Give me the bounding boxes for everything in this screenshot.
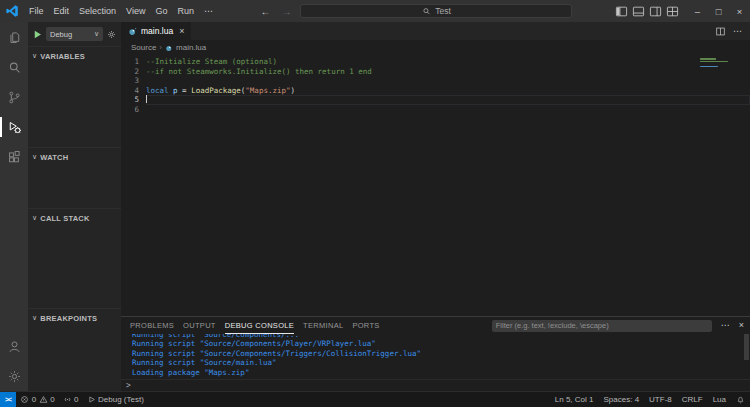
console-input-row[interactable]: >	[121, 379, 750, 391]
text-cursor	[146, 95, 147, 103]
remote-icon: ><	[5, 396, 11, 403]
section-body-callstack	[28, 227, 121, 308]
tab-main-lua[interactable]: main.lua ×	[121, 22, 191, 40]
minimap[interactable]	[700, 58, 744, 74]
activity-run-and-debug[interactable]	[0, 112, 28, 142]
sidebar-sections: ∨VARIABLES∨WATCH∨CALL STACK∨BREAKPOINTS	[28, 46, 121, 391]
activity-source-control[interactable]	[0, 82, 28, 112]
line-number[interactable]: 6	[121, 105, 146, 115]
toggle-primary-sidebar-icon[interactable]	[613, 0, 630, 22]
code-line[interactable]: 3	[121, 76, 750, 86]
editor-more-actions-icon[interactable]: ⋯	[733, 27, 742, 36]
close-button[interactable]: ×	[729, 0, 750, 22]
breadcrumb-folder[interactable]: Source	[131, 43, 156, 52]
panel-more-actions-icon[interactable]: ⋯	[721, 321, 730, 330]
menu-more[interactable]: ⋯	[199, 0, 218, 22]
console-line: Running script "Source/main.lua"	[121, 358, 750, 368]
activity-settings[interactable]	[0, 361, 28, 391]
status-utf-8[interactable]: UTF-8	[644, 392, 677, 407]
debug-config-dropdown[interactable]: Debug ∨	[46, 27, 103, 41]
token-func: LoadPackage	[191, 86, 241, 95]
debug-settings-gear-icon[interactable]	[106, 29, 117, 40]
line-number[interactable]: 2	[121, 67, 146, 77]
maximize-button[interactable]: □	[708, 0, 729, 22]
forward-icon[interactable]: →	[279, 6, 293, 17]
token-plain: )	[291, 86, 296, 95]
line-number[interactable]: 3	[121, 76, 146, 86]
status-spaces-4[interactable]: Spaces: 4	[599, 392, 645, 407]
toggle-secondary-sidebar-icon[interactable]	[647, 0, 664, 22]
section-label: CALL STACK	[40, 214, 89, 223]
code-line[interactable]: 2--if not Steamworks.Initialize() then r…	[121, 67, 750, 77]
line-number[interactable]: 5	[121, 95, 146, 105]
editor-column: main.lua × ⋯ Source › main.lua	[121, 22, 750, 391]
activity-bar-top	[0, 22, 28, 172]
menu-go[interactable]: Go	[150, 0, 172, 22]
code-line[interactable]: 4local p = LoadPackage("Maps.zip")	[121, 86, 750, 96]
debug-status[interactable]: Debug (Test)	[83, 392, 148, 407]
extensions-icon	[6, 149, 23, 166]
panel-scrollbar[interactable]	[744, 334, 749, 360]
command-center-search[interactable]: Test	[300, 4, 572, 18]
back-icon[interactable]: ←	[258, 6, 272, 17]
menu-edit[interactable]: Edit	[49, 0, 75, 22]
tab-close-icon[interactable]: ×	[179, 26, 184, 36]
menu-run[interactable]: Run	[172, 0, 199, 22]
panel-tab-ports[interactable]: PORTS	[352, 317, 379, 334]
notifications-bell[interactable]	[731, 392, 750, 407]
code-line[interactable]: 5	[121, 95, 750, 105]
panel-close-icon[interactable]: ×	[739, 321, 744, 330]
activity-explorer[interactable]	[0, 22, 28, 52]
line-number[interactable]: 1	[121, 57, 146, 67]
menu-selection[interactable]: Selection	[74, 0, 121, 22]
section-breakpoints: ∨BREAKPOINTS	[28, 308, 121, 391]
minimize-button[interactable]: –	[687, 0, 708, 22]
status-right-items: Ln 5, Col 1Spaces: 4UTF-8CRLFLua	[550, 392, 731, 407]
activity-account[interactable]	[0, 331, 28, 361]
panel-tab-terminal[interactable]: TERMINAL	[303, 317, 343, 334]
menu-view[interactable]: View	[121, 0, 150, 22]
problems-status[interactable]: 0 0	[16, 392, 58, 407]
section-header-watch[interactable]: ∨WATCH	[28, 148, 121, 166]
minimap-line	[700, 61, 728, 63]
section-header-variables[interactable]: ∨VARIABLES	[28, 47, 121, 65]
run-and-debug-icon	[6, 119, 23, 136]
code-line[interactable]: 6	[121, 105, 750, 115]
panel-tab-output[interactable]: OUTPUT	[183, 317, 216, 334]
toggle-panel-icon[interactable]	[630, 0, 647, 22]
breadcrumb: Source › main.lua	[121, 40, 750, 55]
split-editor-icon[interactable]	[715, 26, 726, 37]
activity-search[interactable]	[0, 52, 28, 82]
console-filter-input[interactable]	[492, 320, 712, 332]
customize-layout-icon[interactable]	[664, 0, 681, 22]
status-crlf[interactable]: CRLF	[677, 392, 708, 407]
code-editor[interactable]: 1--Initialize Steam (optional)2--if not …	[121, 55, 750, 316]
debug-run-icon	[87, 395, 96, 404]
status-ln-5-col-1[interactable]: Ln 5, Col 1	[550, 392, 599, 407]
console-line: Running script "Source/Components/Trigge…	[121, 349, 750, 359]
section-watch: ∨WATCH	[28, 147, 121, 208]
panel-tab-debug-console[interactable]: DEBUG CONSOLE	[225, 317, 294, 334]
section-label: VARIABLES	[40, 52, 85, 61]
chevron-down-icon: ∨	[32, 52, 37, 60]
start-debug-button[interactable]	[32, 29, 43, 40]
status-lua[interactable]: Lua	[708, 392, 731, 407]
code-line[interactable]: 1--Initialize Steam (optional)	[121, 57, 750, 67]
search-value: Test	[435, 6, 451, 16]
panel-tab-problems[interactable]: PROBLEMS	[130, 317, 174, 334]
ports-status[interactable]: 0	[59, 392, 83, 407]
line-number[interactable]: 4	[121, 86, 146, 96]
activity-extensions[interactable]	[0, 142, 28, 172]
section-label: WATCH	[40, 153, 68, 162]
main-area: Debug ∨ ∨VARIABLES∨WATCH∨CALL STACK∨BREA…	[0, 22, 750, 391]
code-lines: 1--Initialize Steam (optional)2--if not …	[121, 57, 750, 115]
debug-status-label: Debug (Test)	[98, 395, 144, 404]
menu-file[interactable]: File	[24, 0, 49, 22]
section-header-callstack[interactable]: ∨CALL STACK	[28, 209, 121, 227]
section-header-breakpoints[interactable]: ∨BREAKPOINTS	[28, 309, 121, 327]
breadcrumb-file[interactable]: main.lua	[176, 43, 206, 52]
remote-indicator[interactable]: ><	[0, 392, 16, 407]
settings-icon	[6, 368, 23, 385]
tab-bar: main.lua × ⋯	[121, 22, 750, 40]
line-content	[146, 76, 750, 86]
